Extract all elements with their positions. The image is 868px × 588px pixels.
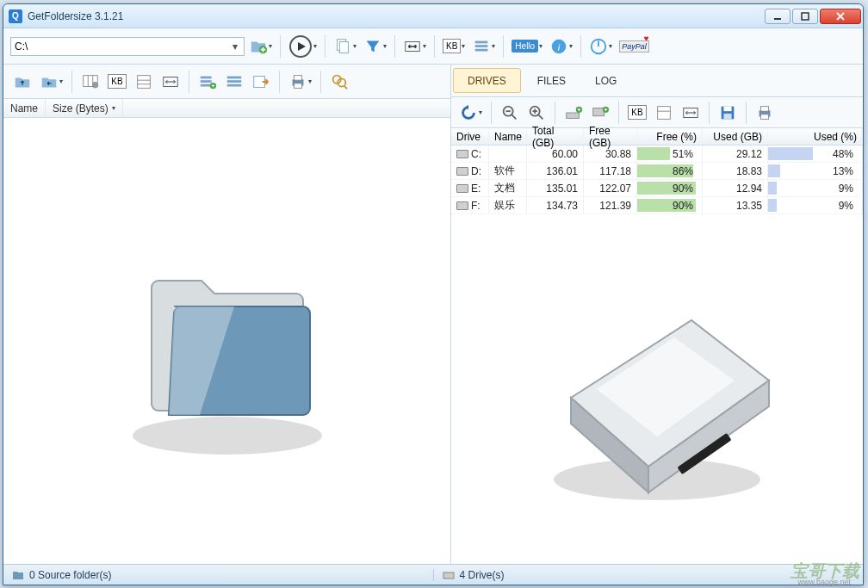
hdr-name[interactable]: Name	[489, 128, 527, 145]
svg-rect-67	[443, 573, 454, 579]
left-pane: ▾ KB ▾ Name Size (Bytes) ▾	[3, 65, 451, 564]
path-combobox[interactable]: ▾	[10, 37, 245, 56]
svg-rect-56	[723, 106, 731, 111]
table-row[interactable]: E:文档135.01122.0790%12.949%	[451, 180, 863, 197]
svg-rect-26	[201, 80, 212, 83]
svg-rect-11	[475, 45, 488, 47]
svg-point-20	[92, 82, 98, 88]
app-window: Q GetFoldersize 3.1.21 ▾ ▾ ▾ ▾ ▾ ▾ KB▾ ▾…	[3, 3, 864, 585]
close-button[interactable]	[820, 9, 861, 24]
size-unit-button[interactable]: KB▾	[440, 34, 468, 59]
folder-illustration	[98, 220, 356, 461]
fit-width-button[interactable]	[158, 70, 183, 94]
table-row[interactable]: F:娱乐134.73121.3990%13.359%	[451, 197, 863, 214]
drive-header: Drive Name Total (GB) Free (GB) Free (%)…	[451, 128, 863, 145]
print-button[interactable]: ▾	[286, 70, 314, 94]
table-row[interactable]: D:软件136.01117.1886%18.8313%	[451, 163, 863, 180]
watermark-url: www.baoge.net	[797, 578, 851, 586]
list-view-button[interactable]	[222, 70, 246, 94]
status-left-text: 0 Source folder(s)	[29, 569, 111, 581]
tab-drives[interactable]: DRIVES	[453, 68, 521, 93]
search-button[interactable]	[327, 70, 351, 94]
col-size[interactable]: Size (Bytes) ▾	[46, 99, 123, 117]
svg-rect-1	[802, 13, 809, 20]
svg-rect-31	[227, 84, 242, 86]
filter-button[interactable]: ▾	[361, 34, 389, 59]
svg-marker-6	[298, 42, 306, 51]
content-area: ▾ KB ▾ Name Size (Bytes) ▾	[3, 65, 863, 564]
svg-point-39	[133, 417, 322, 455]
scan-button[interactable]: ▾	[286, 34, 319, 59]
svg-rect-21	[138, 75, 151, 88]
folder-back-button[interactable]: ▾	[37, 70, 65, 94]
power-button[interactable]: ▾	[586, 34, 615, 59]
svg-rect-34	[294, 75, 301, 80]
col-name[interactable]: Name	[3, 99, 46, 117]
drive-rows: C:60.0030.8851%29.1248%D:软件136.01117.188…	[451, 145, 863, 214]
tab-files[interactable]: FILES	[523, 65, 580, 96]
add-folder-button[interactable]: ▾	[246, 34, 275, 59]
table-row[interactable]: C:60.0030.8851%29.1248%	[451, 145, 863, 163]
svg-rect-59	[760, 106, 768, 111]
info-button[interactable]: i▾	[547, 34, 575, 59]
hdr-freep[interactable]: Free (%)	[637, 128, 703, 145]
titlebar[interactable]: Q GetFoldersize 3.1.21	[3, 4, 863, 28]
list-add-button[interactable]	[195, 70, 220, 94]
left-column-header: Name Size (Bytes) ▾	[3, 99, 450, 118]
expand-horizontal-button[interactable]: ▾	[400, 34, 429, 59]
minimize-button[interactable]	[765, 9, 790, 24]
hdr-drive[interactable]: Drive	[451, 128, 489, 145]
right-toolbar: ▾ KB	[451, 97, 863, 128]
disk-icon	[456, 150, 468, 158]
disk-icon	[456, 184, 468, 193]
svg-rect-50	[593, 108, 604, 115]
folder-up-button[interactable]	[10, 70, 34, 94]
zoom-in-button[interactable]	[524, 101, 549, 125]
svg-rect-8	[339, 41, 348, 53]
svg-line-47	[538, 114, 543, 119]
svg-line-43	[512, 114, 517, 119]
hdr-total[interactable]: Total (GB)	[527, 128, 584, 145]
folder-icon	[12, 570, 24, 580]
fit-button[interactable]	[679, 101, 703, 125]
kb-button-3[interactable]: KB	[625, 101, 649, 125]
hdr-usedp[interactable]: Used (%)	[768, 128, 863, 145]
left-toolbar: ▾ KB ▾	[3, 65, 450, 99]
svg-rect-27	[201, 84, 212, 86]
copy-button[interactable]: ▾	[331, 34, 359, 59]
save-button[interactable]	[716, 101, 740, 125]
tab-log[interactable]: LOG	[580, 65, 631, 96]
app-title: GetFoldersize 3.1.21	[28, 10, 765, 22]
svg-rect-12	[475, 48, 488, 51]
zoom-out-button[interactable]	[498, 101, 522, 125]
path-input[interactable]	[15, 40, 230, 53]
status-right-text: 4 Drive(s)	[460, 569, 505, 581]
maximize-button[interactable]	[792, 9, 818, 24]
svg-rect-48	[567, 113, 580, 118]
main-toolbar: ▾ ▾ ▾ ▾ ▾ ▾ KB▾ ▾ Hello▾ i▾ ▾ PayPal♥	[3, 28, 863, 65]
refresh-button[interactable]: ▾	[456, 101, 485, 125]
add-network-button[interactable]	[588, 101, 612, 125]
svg-rect-25	[201, 76, 212, 78]
svg-rect-60	[760, 114, 768, 119]
grid-lines-button[interactable]	[132, 70, 156, 94]
list-options-button[interactable]: ▾	[469, 34, 498, 59]
print-button-2[interactable]	[753, 101, 777, 125]
drive-icon	[443, 570, 455, 580]
app-icon: Q	[9, 9, 22, 23]
tabs: DRIVES FILES LOG	[451, 65, 863, 97]
hdr-free[interactable]: Free (GB)	[584, 128, 637, 145]
kb-button-2[interactable]: KB	[105, 70, 129, 94]
hdr-used[interactable]: Used (GB)	[703, 128, 768, 145]
svg-rect-30	[227, 80, 242, 83]
columns-config-button[interactable]	[78, 70, 102, 94]
paypal-button[interactable]: PayPal♥	[617, 34, 652, 59]
svg-rect-52	[658, 106, 671, 119]
add-drive-button[interactable]	[561, 101, 586, 125]
grid-button[interactable]	[652, 101, 676, 125]
svg-rect-57	[723, 113, 731, 118]
hello-button[interactable]: Hello▾	[509, 34, 545, 59]
export-list-button[interactable]	[249, 70, 273, 94]
chevron-down-icon[interactable]: ▾	[230, 40, 240, 53]
svg-rect-35	[294, 83, 301, 88]
